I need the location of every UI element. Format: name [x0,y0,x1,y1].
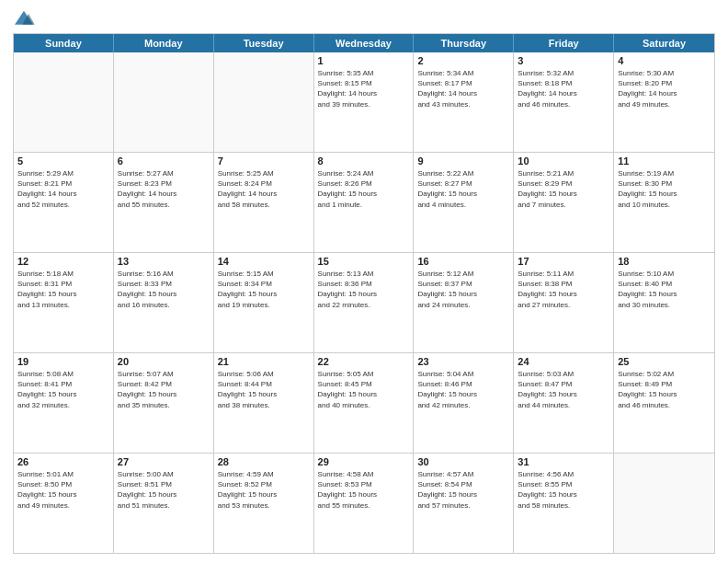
cell-content: Sunrise: 5:29 AM Sunset: 8:21 PM Dayligh… [17,168,109,210]
cell-content: Sunrise: 5:32 AM Sunset: 8:18 PM Dayligh… [518,68,609,109]
calendar-header-row: SundayMondayTuesdayWednesdayThursdayFrid… [14,34,714,52]
week-row-4: 19Sunrise: 5:08 AM Sunset: 8:41 PM Dayli… [14,352,714,453]
cal-cell-12: 12Sunrise: 5:18 AM Sunset: 8:31 PM Dayli… [14,253,114,352]
cal-cell-18: 18Sunrise: 5:10 AM Sunset: 8:40 PM Dayli… [614,253,714,352]
cal-cell-20: 20Sunrise: 5:07 AM Sunset: 8:42 PM Dayli… [114,353,214,453]
cal-cell-23: 23Sunrise: 5:04 AM Sunset: 8:46 PM Dayli… [414,353,514,453]
cell-content: Sunrise: 5:11 AM Sunset: 8:38 PM Dayligh… [518,269,609,310]
cal-cell-11: 11Sunrise: 5:19 AM Sunset: 8:30 PM Dayli… [614,153,714,252]
cell-content: Sunrise: 5:10 AM Sunset: 8:40 PM Dayligh… [618,269,711,310]
cal-cell-empty-0 [14,52,114,152]
cal-cell-empty-2 [214,52,314,152]
day-number: 12 [17,256,109,267]
logo [13,9,39,28]
cell-content: Sunrise: 5:27 AM Sunset: 8:23 PM Dayligh… [118,168,210,210]
day-number: 31 [518,456,609,467]
cal-cell-19: 19Sunrise: 5:08 AM Sunset: 8:41 PM Dayli… [14,353,114,453]
day-number: 11 [618,155,711,167]
cell-content: Sunrise: 5:22 AM Sunset: 8:27 PM Dayligh… [417,168,509,210]
day-number: 28 [218,456,310,467]
header-day-thursday: Thursday [414,34,514,52]
cal-cell-13: 13Sunrise: 5:16 AM Sunset: 8:33 PM Dayli… [114,253,214,352]
cal-cell-31: 31Sunrise: 4:56 AM Sunset: 8:55 PM Dayli… [514,454,614,553]
cal-cell-1: 1Sunrise: 5:35 AM Sunset: 8:15 PM Daylig… [314,52,415,152]
page: SundayMondayTuesdayWednesdayThursdayFrid… [0,0,728,563]
cell-content: Sunrise: 5:24 AM Sunset: 8:26 PM Dayligh… [318,168,410,210]
day-number: 23 [417,356,509,367]
day-number: 18 [618,256,711,267]
cell-content: Sunrise: 5:30 AM Sunset: 8:20 PM Dayligh… [618,68,711,109]
cal-cell-21: 21Sunrise: 5:06 AM Sunset: 8:44 PM Dayli… [214,353,314,453]
cell-content: Sunrise: 5:12 AM Sunset: 8:37 PM Dayligh… [417,269,509,310]
day-number: 8 [318,155,410,167]
cal-cell-28: 28Sunrise: 4:59 AM Sunset: 8:52 PM Dayli… [214,454,314,553]
day-number: 9 [417,155,509,167]
cell-content: Sunrise: 4:56 AM Sunset: 8:55 PM Dayligh… [518,469,609,511]
header [13,9,715,28]
day-number: 24 [518,356,609,367]
cal-cell-26: 26Sunrise: 5:01 AM Sunset: 8:50 PM Dayli… [14,454,114,553]
day-number: 17 [518,256,609,267]
cal-cell-8: 8Sunrise: 5:24 AM Sunset: 8:26 PM Daylig… [314,153,415,252]
week-row-2: 5Sunrise: 5:29 AM Sunset: 8:21 PM Daylig… [14,152,714,252]
cell-content: Sunrise: 5:18 AM Sunset: 8:31 PM Dayligh… [17,269,109,310]
header-day-saturday: Saturday [614,34,714,52]
cell-content: Sunrise: 4:58 AM Sunset: 8:53 PM Dayligh… [318,469,410,511]
day-number: 7 [218,155,310,167]
cal-cell-2: 2Sunrise: 5:34 AM Sunset: 8:17 PM Daylig… [414,52,514,152]
day-number: 22 [318,356,410,367]
day-number: 4 [618,55,711,66]
day-number: 27 [118,456,210,467]
cal-cell-6: 6Sunrise: 5:27 AM Sunset: 8:23 PM Daylig… [114,153,214,252]
cell-content: Sunrise: 5:15 AM Sunset: 8:34 PM Dayligh… [218,269,310,310]
day-number: 16 [417,256,509,267]
cal-cell-30: 30Sunrise: 4:57 AM Sunset: 8:54 PM Dayli… [414,454,514,553]
cal-cell-4: 4Sunrise: 5:30 AM Sunset: 8:20 PM Daylig… [614,52,714,152]
cell-content: Sunrise: 5:06 AM Sunset: 8:44 PM Dayligh… [218,369,310,410]
day-number: 29 [318,456,410,467]
day-number: 15 [318,256,410,267]
header-day-monday: Monday [114,34,214,52]
cell-content: Sunrise: 5:07 AM Sunset: 8:42 PM Dayligh… [118,369,210,410]
day-number: 14 [218,256,310,267]
day-number: 13 [118,256,210,267]
day-number: 3 [518,55,609,66]
cal-cell-3: 3Sunrise: 5:32 AM Sunset: 8:18 PM Daylig… [514,52,614,152]
header-day-friday: Friday [514,34,614,52]
cal-cell-7: 7Sunrise: 5:25 AM Sunset: 8:24 PM Daylig… [214,153,314,252]
week-row-3: 12Sunrise: 5:18 AM Sunset: 8:31 PM Dayli… [14,252,714,352]
cal-cell-16: 16Sunrise: 5:12 AM Sunset: 8:37 PM Dayli… [414,253,514,352]
day-number: 6 [118,155,210,167]
cell-content: Sunrise: 5:00 AM Sunset: 8:51 PM Dayligh… [118,469,210,511]
cal-cell-25: 25Sunrise: 5:02 AM Sunset: 8:49 PM Dayli… [614,353,714,453]
cell-content: Sunrise: 5:01 AM Sunset: 8:50 PM Dayligh… [17,469,109,511]
week-row-1: 1Sunrise: 5:35 AM Sunset: 8:15 PM Daylig… [14,52,714,152]
cell-content: Sunrise: 5:21 AM Sunset: 8:29 PM Dayligh… [518,168,609,210]
cell-content: Sunrise: 5:02 AM Sunset: 8:49 PM Dayligh… [618,369,711,410]
day-number: 5 [17,155,109,167]
logo-icon [13,9,35,28]
cell-content: Sunrise: 4:57 AM Sunset: 8:54 PM Dayligh… [417,469,509,511]
cal-cell-10: 10Sunrise: 5:21 AM Sunset: 8:29 PM Dayli… [514,153,614,252]
cell-content: Sunrise: 5:34 AM Sunset: 8:17 PM Dayligh… [417,68,509,109]
day-number: 25 [618,356,711,367]
header-day-tuesday: Tuesday [214,34,314,52]
day-number: 1 [318,55,410,66]
cell-content: Sunrise: 5:08 AM Sunset: 8:41 PM Dayligh… [17,369,109,410]
cal-cell-empty-1 [114,52,214,152]
cal-cell-24: 24Sunrise: 5:03 AM Sunset: 8:47 PM Dayli… [514,353,614,453]
cell-content: Sunrise: 4:59 AM Sunset: 8:52 PM Dayligh… [218,469,310,511]
cal-cell-empty-6 [614,454,714,553]
cal-cell-17: 17Sunrise: 5:11 AM Sunset: 8:38 PM Dayli… [514,253,614,352]
cal-cell-29: 29Sunrise: 4:58 AM Sunset: 8:53 PM Dayli… [314,454,415,553]
cal-cell-22: 22Sunrise: 5:05 AM Sunset: 8:45 PM Dayli… [314,353,415,453]
calendar: SundayMondayTuesdayWednesdayThursdayFrid… [13,33,715,554]
cal-cell-14: 14Sunrise: 5:15 AM Sunset: 8:34 PM Dayli… [214,253,314,352]
cal-cell-15: 15Sunrise: 5:13 AM Sunset: 8:36 PM Dayli… [314,253,415,352]
cell-content: Sunrise: 5:05 AM Sunset: 8:45 PM Dayligh… [318,369,410,410]
header-day-sunday: Sunday [14,34,114,52]
cal-cell-9: 9Sunrise: 5:22 AM Sunset: 8:27 PM Daylig… [414,153,514,252]
day-number: 2 [417,55,509,66]
cell-content: Sunrise: 5:04 AM Sunset: 8:46 PM Dayligh… [417,369,509,410]
calendar-body: 1Sunrise: 5:35 AM Sunset: 8:15 PM Daylig… [14,52,714,553]
